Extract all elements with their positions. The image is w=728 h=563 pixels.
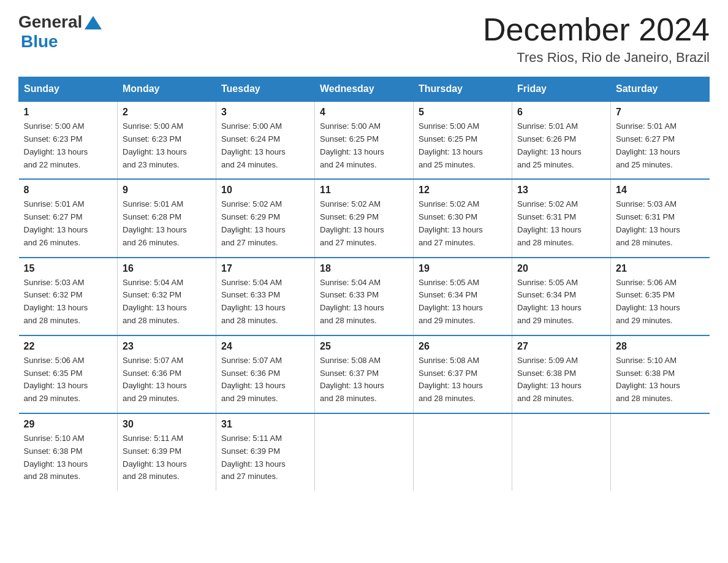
header-wednesday: Wednesday	[315, 77, 414, 102]
day-cell	[315, 413, 414, 491]
day-number: 1	[24, 107, 113, 118]
header-tuesday: Tuesday	[216, 77, 315, 102]
day-info: Sunrise: 5:07 AM Sunset: 6:36 PM Dayligh…	[123, 354, 211, 405]
day-cell: 1 Sunrise: 5:00 AM Sunset: 6:23 PM Dayli…	[19, 101, 118, 179]
day-cell: 21 Sunrise: 5:06 AM Sunset: 6:35 PM Dayl…	[611, 258, 710, 335]
day-number: 18	[320, 263, 408, 274]
day-info: Sunrise: 5:10 AM Sunset: 6:38 PM Dayligh…	[616, 354, 705, 405]
day-number: 8	[24, 185, 113, 196]
day-cell: 27 Sunrise: 5:09 AM Sunset: 6:38 PM Dayl…	[512, 335, 611, 413]
day-cell: 6 Sunrise: 5:01 AM Sunset: 6:26 PM Dayli…	[512, 101, 611, 179]
day-info: Sunrise: 5:06 AM Sunset: 6:35 PM Dayligh…	[616, 277, 705, 327]
day-cell: 4 Sunrise: 5:00 AM Sunset: 6:25 PM Dayli…	[315, 101, 414, 179]
day-number: 21	[616, 263, 705, 274]
day-cell: 24 Sunrise: 5:07 AM Sunset: 6:36 PM Dayl…	[216, 335, 315, 413]
day-info: Sunrise: 5:00 AM Sunset: 6:25 PM Dayligh…	[320, 120, 408, 171]
week-row-3: 15 Sunrise: 5:03 AM Sunset: 6:32 PM Dayl…	[19, 258, 710, 335]
day-cell: 5 Sunrise: 5:00 AM Sunset: 6:25 PM Dayli…	[414, 101, 512, 179]
page-header: General Blue December 2024 Tres Rios, Ri…	[18, 12, 710, 66]
day-number: 22	[24, 341, 113, 352]
day-number: 4	[320, 107, 408, 118]
day-cell: 20 Sunrise: 5:05 AM Sunset: 6:34 PM Dayl…	[512, 258, 611, 335]
day-number: 11	[320, 185, 408, 196]
day-cell: 26 Sunrise: 5:08 AM Sunset: 6:37 PM Dayl…	[414, 335, 512, 413]
day-info: Sunrise: 5:02 AM Sunset: 6:30 PM Dayligh…	[419, 198, 507, 249]
day-cell: 31 Sunrise: 5:11 AM Sunset: 6:39 PM Dayl…	[216, 413, 315, 491]
day-number: 14	[616, 185, 705, 196]
day-info: Sunrise: 5:06 AM Sunset: 6:35 PM Dayligh…	[24, 354, 113, 405]
title-section: December 2024 Tres Rios, Rio de Janeiro,…	[483, 12, 710, 66]
day-info: Sunrise: 5:03 AM Sunset: 6:32 PM Dayligh…	[24, 277, 113, 327]
day-cell: 8 Sunrise: 5:01 AM Sunset: 6:27 PM Dayli…	[19, 179, 118, 257]
day-info: Sunrise: 5:00 AM Sunset: 6:23 PM Dayligh…	[24, 120, 113, 171]
day-cell: 16 Sunrise: 5:04 AM Sunset: 6:32 PM Dayl…	[118, 258, 216, 335]
day-number: 10	[221, 185, 309, 196]
logo-general-text: General	[18, 12, 82, 32]
day-number: 9	[123, 185, 211, 196]
day-info: Sunrise: 5:08 AM Sunset: 6:37 PM Dayligh…	[419, 354, 507, 405]
day-number: 15	[24, 263, 113, 274]
day-number: 23	[123, 341, 211, 352]
day-number: 26	[419, 341, 507, 352]
month-title: December 2024	[483, 12, 710, 47]
day-info: Sunrise: 5:01 AM Sunset: 6:27 PM Dayligh…	[616, 120, 705, 171]
day-cell: 23 Sunrise: 5:07 AM Sunset: 6:36 PM Dayl…	[118, 335, 216, 413]
day-cell: 14 Sunrise: 5:03 AM Sunset: 6:31 PM Dayl…	[611, 179, 710, 257]
calendar-table: SundayMondayTuesdayWednesdayThursdayFrid…	[18, 77, 710, 491]
day-info: Sunrise: 5:07 AM Sunset: 6:36 PM Dayligh…	[221, 354, 309, 405]
day-info: Sunrise: 5:09 AM Sunset: 6:38 PM Dayligh…	[517, 354, 605, 405]
day-number: 3	[221, 107, 309, 118]
day-number: 16	[123, 263, 211, 274]
day-cell: 13 Sunrise: 5:02 AM Sunset: 6:31 PM Dayl…	[512, 179, 611, 257]
day-cell: 15 Sunrise: 5:03 AM Sunset: 6:32 PM Dayl…	[19, 258, 118, 335]
day-cell: 29 Sunrise: 5:10 AM Sunset: 6:38 PM Dayl…	[19, 413, 118, 491]
day-number: 2	[123, 107, 211, 118]
day-number: 6	[517, 107, 605, 118]
day-number: 27	[517, 341, 605, 352]
day-cell: 17 Sunrise: 5:04 AM Sunset: 6:33 PM Dayl…	[216, 258, 315, 335]
day-cell: 25 Sunrise: 5:08 AM Sunset: 6:37 PM Dayl…	[315, 335, 414, 413]
day-cell: 19 Sunrise: 5:05 AM Sunset: 6:34 PM Dayl…	[414, 258, 512, 335]
day-cell: 22 Sunrise: 5:06 AM Sunset: 6:35 PM Dayl…	[19, 335, 118, 413]
day-number: 17	[221, 263, 309, 274]
day-info: Sunrise: 5:11 AM Sunset: 6:39 PM Dayligh…	[221, 432, 309, 483]
day-cell: 18 Sunrise: 5:04 AM Sunset: 6:33 PM Dayl…	[315, 258, 414, 335]
header-friday: Friday	[512, 77, 611, 102]
day-number: 12	[419, 185, 507, 196]
day-cell: 28 Sunrise: 5:10 AM Sunset: 6:38 PM Dayl…	[611, 335, 710, 413]
day-info: Sunrise: 5:01 AM Sunset: 6:26 PM Dayligh…	[517, 120, 605, 171]
week-row-4: 22 Sunrise: 5:06 AM Sunset: 6:35 PM Dayl…	[19, 335, 710, 413]
day-info: Sunrise: 5:10 AM Sunset: 6:38 PM Dayligh…	[24, 432, 113, 483]
day-info: Sunrise: 5:00 AM Sunset: 6:24 PM Dayligh…	[221, 120, 309, 171]
header-sunday: Sunday	[19, 77, 118, 102]
logo-blue-text: Blue	[21, 32, 58, 52]
day-cell: 7 Sunrise: 5:01 AM Sunset: 6:27 PM Dayli…	[611, 101, 710, 179]
day-number: 7	[616, 107, 705, 118]
day-info: Sunrise: 5:05 AM Sunset: 6:34 PM Dayligh…	[517, 277, 605, 327]
header-saturday: Saturday	[611, 77, 710, 102]
day-cell	[414, 413, 512, 491]
day-number: 25	[320, 341, 408, 352]
day-cell: 30 Sunrise: 5:11 AM Sunset: 6:39 PM Dayl…	[118, 413, 216, 491]
day-info: Sunrise: 5:00 AM Sunset: 6:23 PM Dayligh…	[123, 120, 211, 171]
day-cell: 12 Sunrise: 5:02 AM Sunset: 6:30 PM Dayl…	[414, 179, 512, 257]
day-cell: 9 Sunrise: 5:01 AM Sunset: 6:28 PM Dayli…	[118, 179, 216, 257]
day-number: 24	[221, 341, 309, 352]
day-info: Sunrise: 5:08 AM Sunset: 6:37 PM Dayligh…	[320, 354, 408, 405]
day-number: 28	[616, 341, 705, 352]
day-number: 31	[221, 419, 309, 430]
day-cell	[611, 413, 710, 491]
day-number: 29	[24, 419, 113, 430]
day-cell: 3 Sunrise: 5:00 AM Sunset: 6:24 PM Dayli…	[216, 101, 315, 179]
day-info: Sunrise: 5:11 AM Sunset: 6:39 PM Dayligh…	[123, 432, 211, 483]
day-info: Sunrise: 5:04 AM Sunset: 6:33 PM Dayligh…	[221, 277, 309, 327]
day-info: Sunrise: 5:00 AM Sunset: 6:25 PM Dayligh…	[419, 120, 507, 171]
week-row-5: 29 Sunrise: 5:10 AM Sunset: 6:38 PM Dayl…	[19, 413, 710, 491]
logo-triangle-icon	[85, 16, 102, 29]
day-info: Sunrise: 5:01 AM Sunset: 6:27 PM Dayligh…	[24, 198, 113, 249]
day-cell: 10 Sunrise: 5:02 AM Sunset: 6:29 PM Dayl…	[216, 179, 315, 257]
day-cell: 11 Sunrise: 5:02 AM Sunset: 6:29 PM Dayl…	[315, 179, 414, 257]
day-info: Sunrise: 5:04 AM Sunset: 6:32 PM Dayligh…	[123, 277, 211, 327]
day-number: 20	[517, 263, 605, 274]
calendar-header-row: SundayMondayTuesdayWednesdayThursdayFrid…	[19, 77, 710, 102]
